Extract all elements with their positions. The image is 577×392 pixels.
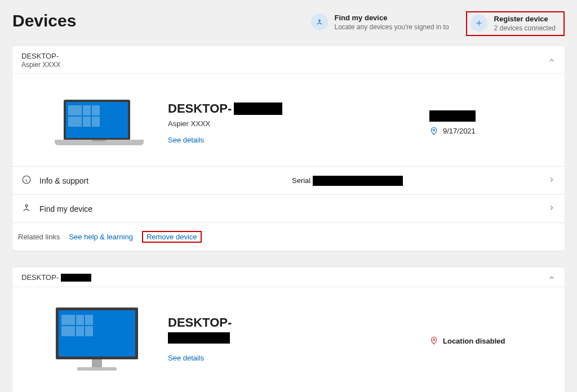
location-pin-icon — [429, 127, 438, 136]
chevron-up-icon — [548, 56, 556, 64]
device-card-2-header[interactable]: DESKTOP- — [12, 268, 565, 287]
plus-icon — [471, 15, 487, 32]
device-card-1: DESKTOP- Aspier XXXX DESKTOP- — [12, 46, 565, 251]
info-support-label: Info & support — [39, 176, 88, 185]
help-learning-link[interactable]: See help & learning — [69, 233, 132, 241]
find-device-sub: Locate any devices you're signed in to — [335, 23, 449, 32]
register-device-label: Register device — [494, 15, 556, 24]
svg-point-4 — [433, 338, 434, 340]
redacted — [168, 332, 230, 344]
svg-point-3 — [25, 205, 28, 207]
chevron-right-icon — [548, 204, 556, 214]
svg-point-0 — [318, 20, 320, 21]
related-links-label: Related links — [18, 233, 60, 241]
find-device-row-label: Find my device — [39, 204, 92, 213]
find-device-row[interactable]: Find my device — [12, 194, 565, 222]
find-device-icon — [311, 14, 328, 30]
redacted — [313, 176, 403, 186]
device1-date: 9/17/2021 — [443, 127, 476, 135]
device2-title: DESKTOP- — [168, 315, 232, 330]
device1-subtitle: Aspier XXXX — [168, 119, 429, 128]
serial-label: Serial — [292, 176, 310, 185]
location-pin-icon-red — [429, 336, 438, 345]
info-support-row[interactable]: Info & support Serial — [12, 166, 565, 194]
remove-device-link[interactable]: Remove device — [142, 231, 202, 243]
laptop-illustration — [46, 100, 148, 146]
redacted — [234, 103, 282, 115]
find-my-device-button[interactable]: Find my device Locate any devices you're… — [308, 11, 452, 34]
card1-head-line1: DESKTOP- — [21, 52, 60, 61]
location-disabled-label: Location disabled — [443, 337, 505, 345]
device1-title: DESKTOP- — [168, 101, 232, 116]
redacted — [429, 110, 476, 122]
chevron-up-icon — [548, 274, 556, 282]
card2-head-line1: DESKTOP- — [21, 273, 59, 282]
device-card-2: DESKTOP- DESKTOP- — [12, 268, 565, 392]
info-icon — [21, 175, 32, 186]
page-header: Devices Find my device Locate any device… — [12, 11, 565, 36]
page-title: Devices — [12, 11, 308, 30]
person-pin-icon — [21, 203, 32, 215]
monitor-illustration — [46, 308, 148, 371]
redacted — [61, 274, 91, 282]
register-device-sub: 2 devices connected — [494, 24, 556, 33]
register-device-button[interactable]: Register device 2 devices connected — [466, 11, 565, 36]
card1-head-line2: Aspier XXXX — [21, 61, 60, 69]
see-details-link-2[interactable]: See details — [168, 354, 204, 362]
find-device-label: Find my device — [335, 14, 449, 23]
related-links-row: Related links See help & learning Remove… — [12, 222, 565, 251]
device-card-1-header[interactable]: DESKTOP- Aspier XXXX — [12, 46, 565, 73]
svg-point-1 — [433, 129, 434, 131]
chevron-right-icon — [548, 176, 556, 186]
see-details-link-1[interactable]: See details — [168, 136, 204, 144]
